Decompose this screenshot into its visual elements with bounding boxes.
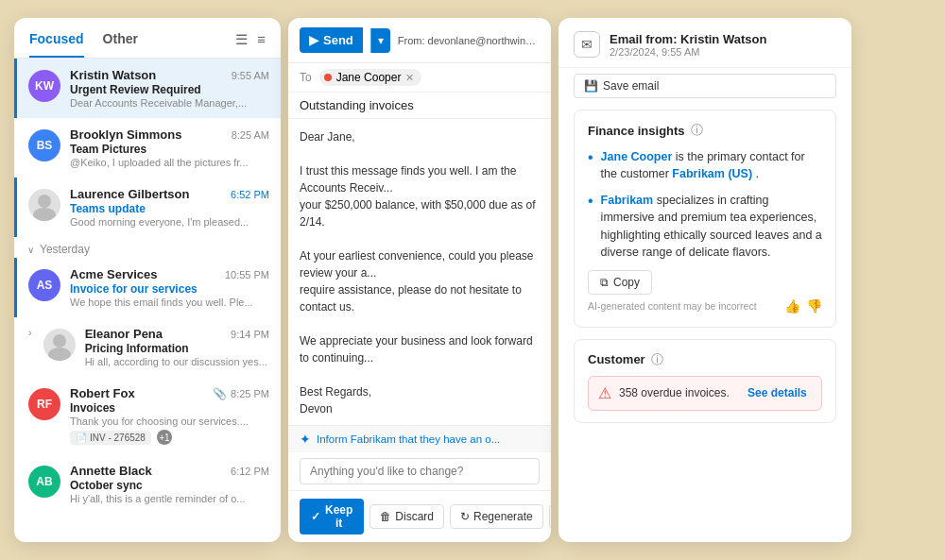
regenerate-button[interactable]: ↻ Regenerate xyxy=(450,504,543,529)
avatar-bs: BS xyxy=(28,129,60,161)
more-button[interactable]: … xyxy=(549,504,551,529)
avatar-kw: KW xyxy=(28,70,60,102)
overdue-alert: ⚠ 358 overdue invoices. See details xyxy=(588,376,822,411)
from-field: From: devonlane@northwindtraders.co... xyxy=(398,35,540,46)
attachment-name: INV - 276528 xyxy=(90,433,146,443)
section-yesterday-label: Yesterday xyxy=(40,243,90,256)
thumbs-down-icon[interactable]: 👎 xyxy=(806,298,822,314)
tab-icons: ☰ ≡ xyxy=(235,31,266,58)
email-item-rf[interactable]: RF Robert Fox 📎 8:25 PM Invoices Thank y… xyxy=(14,377,281,454)
tab-focused[interactable]: Focused xyxy=(29,31,84,58)
to-label: To xyxy=(300,71,312,84)
email-item-as[interactable]: AS Acme Services 10:55 PM Invoice for ou… xyxy=(14,258,281,317)
attachment-chip: 📄 INV - 276528 xyxy=(70,431,151,445)
email-item-kw[interactable]: KW Kristin Watson 9:55 AM Urgent Review … xyxy=(14,59,281,118)
email-item-bs[interactable]: BS Brooklyn Simmons 8:25 AM Team Picture… xyxy=(14,118,281,178)
svg-point-2 xyxy=(53,334,66,348)
subject-ep: Pricing Information xyxy=(85,342,269,355)
fabrikam-link-1[interactable]: Fabrikam (US) xyxy=(672,167,752,180)
thumbs-up-icon[interactable]: 👍 xyxy=(784,298,800,314)
recipient-remove-icon[interactable]: ✕ xyxy=(405,72,414,84)
info-icon-finance[interactable]: ⓘ xyxy=(691,122,703,139)
preview-ab: Hi y'all, this is a gentle reminder of o… xyxy=(70,493,269,504)
sender-kw: Kristin Watson xyxy=(70,68,156,82)
save-icon: 💾 xyxy=(584,79,598,93)
subject-ab: October sync xyxy=(70,479,269,492)
preview-ep: Hi all, according to our discussion yes.… xyxy=(85,356,269,367)
subject-rf: Invoices xyxy=(70,401,269,415)
keep-label: Keep it xyxy=(325,503,352,530)
ai-suggestion-text: Inform Fabrikam that they have an o... xyxy=(317,433,500,445)
email-list-panel: Focused Other ☰ ≡ KW Kristin Watson 9:55… xyxy=(14,18,281,542)
attachment-badge: +1 xyxy=(157,430,172,445)
subject-lg: Teams update xyxy=(70,202,269,215)
jane-cooper-link[interactable]: Jane Cooper xyxy=(601,150,673,163)
email-item-ab[interactable]: AB Annette Black 6:12 PM October sync Hi… xyxy=(14,454,281,514)
send-label: Send xyxy=(323,33,353,47)
send-button[interactable]: ▶ Send xyxy=(300,27,363,53)
preview-lg: Good morning everyone, I'm pleased... xyxy=(70,216,269,228)
save-email-button[interactable]: 💾 Save email xyxy=(574,74,836,98)
sender-rf: Robert Fox xyxy=(70,386,135,400)
tabs-row: Focused Other ☰ ≡ xyxy=(14,18,281,59)
finance-title: Finance insights xyxy=(588,124,685,138)
insight-bullet-1: • Jane Cooper is the primary contact for… xyxy=(588,148,822,182)
subject-bs: Team Pictures xyxy=(70,143,269,156)
sender-ep: Eleanor Pena xyxy=(85,327,163,341)
sort-icon[interactable]: ≡ xyxy=(257,31,266,48)
preview-as: We hope this email finds you well. Ple..… xyxy=(70,297,269,308)
info-icon-customer[interactable]: ⓘ xyxy=(651,351,663,368)
ai-disclaimer-text: AI-generated content may be incorrect xyxy=(588,300,757,312)
to-row: To Jane Cooper ✕ xyxy=(288,63,551,93)
email-subject-field: Outstanding invoices xyxy=(288,93,551,119)
avatar-ep xyxy=(43,329,76,361)
subject-kw: Urgent Review Required xyxy=(70,83,269,96)
recipient-chip[interactable]: Jane Cooper ✕ xyxy=(319,69,422,86)
email-item-ep[interactable]: › Eleanor Pena 9:14 PM Pricing Informati… xyxy=(14,317,281,377)
feedback-input[interactable] xyxy=(300,458,540,484)
customer-card: Customer ⓘ ⚠ 358 overdue invoices. See d… xyxy=(574,339,836,423)
insights-header: ✉ Email from: Kristin Watson 2/23/2024, … xyxy=(558,18,851,68)
sender-as: Acme Services xyxy=(70,267,158,281)
bullet-1-end: . xyxy=(756,167,759,180)
preview-bs: @Keiko, I uploaded all the pictures fr..… xyxy=(70,157,269,168)
expand-ep[interactable]: › xyxy=(28,327,32,338)
svg-point-1 xyxy=(33,208,56,221)
avatar-ab: AB xyxy=(28,466,60,498)
compose-actions: ✓ Keep it 🗑 Discard ↻ Regenerate … xyxy=(288,490,551,542)
keep-button[interactable]: ✓ Keep it xyxy=(300,499,364,535)
save-email-label: Save email xyxy=(603,79,659,93)
ai-sparkle-icon: ✦ xyxy=(300,432,311,447)
checkmark-icon: ✓ xyxy=(311,510,320,523)
sender-ab: Annette Black xyxy=(70,464,152,478)
copy-label: Copy xyxy=(613,276,640,289)
compose-toolbar: ▶ Send ▾ From: devonlane@northwindtrader… xyxy=(288,18,551,63)
tab-other[interactable]: Other xyxy=(103,31,138,58)
refresh-icon: ↻ xyxy=(460,510,470,523)
send-icon: ▶ xyxy=(309,33,318,47)
discard-button[interactable]: 🗑 Discard xyxy=(369,504,444,529)
fabrikam-link-2[interactable]: Fabrikam xyxy=(601,194,654,207)
filter-icon[interactable]: ☰ xyxy=(235,31,248,48)
time-lg: 6:52 PM xyxy=(231,189,269,200)
email-item-lg[interactable]: Laurence Gilbertson 6:52 PM Teams update… xyxy=(14,178,281,237)
recipient-name: Jane Cooper xyxy=(336,71,402,84)
svg-point-3 xyxy=(48,348,71,361)
see-details-link[interactable]: See details xyxy=(747,386,807,399)
avatar-lg xyxy=(28,189,60,221)
recipient-dot xyxy=(324,74,332,81)
avatar-rf: RF xyxy=(28,388,60,420)
avatar-as: AS xyxy=(28,269,60,301)
discard-label: Discard xyxy=(395,510,434,523)
time-as: 10:55 PM xyxy=(225,269,269,280)
email-body[interactable]: Dear Jane, I trust this message finds yo… xyxy=(288,119,551,425)
section-yesterday: ∨ Yesterday xyxy=(14,237,281,258)
ai-suggestion-bar[interactable]: ✦ Inform Fabrikam that they have an o... xyxy=(288,425,551,452)
chevron-yesterday[interactable]: ∨ xyxy=(27,245,34,255)
warning-icon: ⚠ xyxy=(598,384,611,402)
insights-date: 2/23/2024, 9:55 AM xyxy=(610,46,836,58)
copy-button[interactable]: ⧉ Copy xyxy=(588,270,652,295)
customer-title: Customer xyxy=(588,352,645,366)
overdue-text: 358 overdue invoices. xyxy=(619,386,730,399)
send-dropdown-button[interactable]: ▾ xyxy=(370,28,390,53)
